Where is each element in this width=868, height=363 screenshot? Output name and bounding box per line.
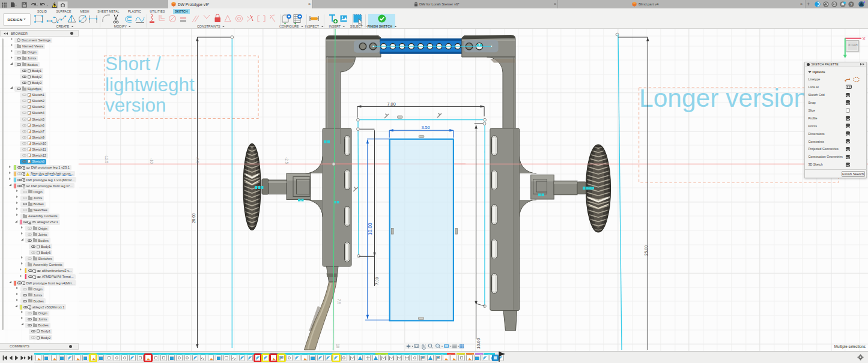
- svg-text:10.00: 10.00: [368, 223, 373, 235]
- svg-text:version: version: [105, 94, 166, 116]
- svg-text:-2.5: -2.5: [285, 157, 289, 164]
- svg-text:-7.5: -7.5: [195, 157, 199, 164]
- svg-text:20.00: 20.00: [192, 213, 196, 223]
- svg-text:lightwieght: lightwieght: [105, 74, 195, 95]
- svg-text:3.50: 3.50: [422, 125, 430, 130]
- svg-text:7.5: 7.5: [337, 299, 341, 304]
- svg-text:25.00: 25.00: [644, 245, 648, 256]
- svg-text:Short /: Short /: [105, 53, 161, 74]
- svg-text:-12.5: -12.5: [105, 155, 109, 164]
- svg-text:7.00: 7.00: [387, 101, 396, 107]
- svg-text:7.00: 7.00: [375, 277, 379, 285]
- svg-text:X: X: [863, 36, 866, 41]
- svg-text:-10: -10: [150, 158, 154, 164]
- svg-text:Longer version: Longer version: [639, 84, 808, 112]
- svg-text:?: ?: [850, 2, 852, 7]
- svg-text:10.00: 10.00: [476, 338, 481, 349]
- svg-text:10: 10: [336, 344, 340, 349]
